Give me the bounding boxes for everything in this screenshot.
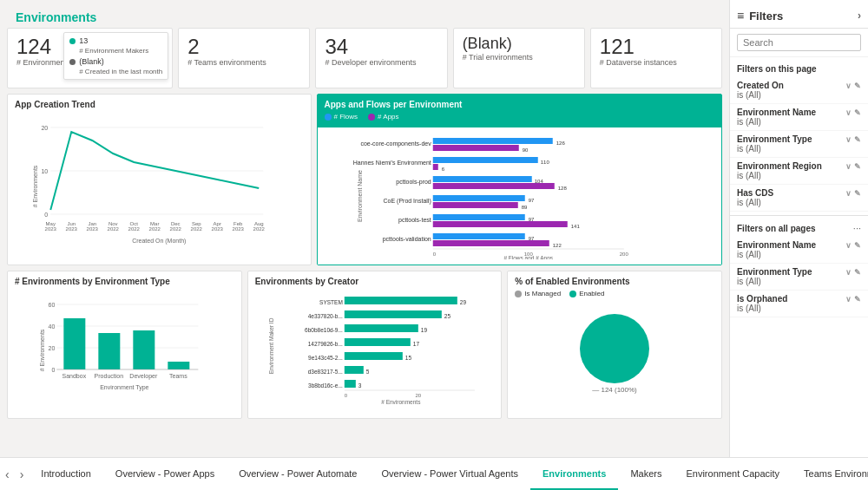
app-creation-trend-chart: # Environments 20 10 0 May 2023 Jun 2023 — [15, 113, 304, 256]
filter-env-type-label: Environment Type — [737, 134, 812, 144]
tooltip-value-1: 13 — [79, 36, 88, 45]
filter-has-cds-chevron[interactable]: ∨ — [845, 189, 852, 198]
tab-makers[interactable]: Makers — [618, 458, 674, 490]
tab-teams-environments[interactable]: Teams Environments — [792, 458, 868, 490]
bar-apps-3 — [432, 183, 554, 189]
sidebar-divider — [730, 215, 868, 216]
filter-env-name[interactable]: Environment Name ∨ ✎ is (All) — [730, 104, 868, 131]
legend-managed-dot — [515, 291, 522, 297]
tab-nav-next[interactable]: › — [15, 458, 30, 490]
filter-created-on-value: is (All) — [737, 90, 861, 100]
svg-text:0: 0 — [44, 212, 48, 218]
svg-text:20: 20 — [415, 393, 421, 398]
legend-managed-label: Is Managed — [524, 290, 561, 297]
filter-all-env-name-edit[interactable]: ✎ — [854, 241, 861, 250]
tab-nav-prev[interactable]: ‹ — [0, 458, 15, 490]
svg-text:40: 40 — [49, 323, 56, 330]
svg-text:2022: 2022 — [149, 226, 161, 232]
bottom-row: # Environments by Environment Type # Env… — [7, 271, 722, 419]
pie-chart: — 124 (100%) — [562, 301, 667, 396]
filter-created-on-chevron[interactable]: ∨ — [845, 82, 852, 90]
legend-enabled-label: Enabled — [579, 290, 604, 297]
svg-text:— 124 (100%): — 124 (100%) — [592, 386, 637, 394]
svg-text:25: 25 — [444, 313, 450, 319]
search-input[interactable] — [737, 34, 861, 51]
filter-created-on[interactable]: Created On ∨ ✎ is (All) — [730, 77, 868, 104]
svg-text:2022: 2022 — [108, 226, 120, 232]
svg-text:# Environments: # Environments — [39, 329, 45, 371]
filter-env-region[interactable]: Environment Region ∨ ✎ is (All) — [730, 158, 868, 185]
filter-all-env-name[interactable]: Environment Name ∨ ✎ is (All) — [730, 237, 868, 264]
filter-all-env-type-value: is (All) — [737, 277, 861, 286]
legend-enabled-dot — [569, 291, 576, 297]
env-creator-chart: Environment Maker ID SYSTEM 29 4e337820-… — [255, 290, 495, 411]
svg-text:0: 0 — [344, 393, 347, 398]
filter-all-orphaned-label: Is Orphaned — [737, 294, 787, 304]
svg-text:2023: 2023 — [87, 226, 99, 232]
kpi-environments: 124 # Environments 13 # Environment Make… — [7, 28, 173, 88]
filters-panel: ≡ Filters › Filters on this page Created… — [729, 0, 868, 457]
filter-env-region-chevron[interactable]: ∨ — [845, 162, 852, 171]
tab-overview-power-automate[interactable]: Overview - Power Automate — [227, 458, 369, 490]
filter-all-env-name-chevron[interactable]: ∨ — [845, 241, 852, 250]
filter-env-name-edit[interactable]: ✎ — [854, 108, 861, 117]
svg-text:3: 3 — [358, 382, 361, 389]
filter-env-type-edit[interactable]: ✎ — [854, 135, 861, 144]
tooltip-label-2: # Created in the last month — [79, 68, 162, 75]
app-creation-trend-title: App Creation Trend — [15, 100, 304, 109]
page-title: Environments — [16, 10, 96, 24]
kpi-teams-value: 2 — [187, 36, 300, 58]
env-type-chart: # Environments 60 40 20 0 — [15, 290, 234, 411]
page-title-bar: Environments — [7, 7, 722, 28]
tab-overview-power-virtual-agents[interactable]: Overview - Power Virtual Agents — [370, 458, 531, 490]
all-pages-more[interactable]: ··· — [853, 223, 861, 233]
kpi-tooltip: 13 # Environment Makers (Blank) # Create… — [63, 32, 168, 80]
filter-env-name-chevron[interactable]: ∨ — [845, 108, 852, 117]
svg-text:17: 17 — [412, 341, 419, 347]
bar-flows-6 — [432, 233, 524, 239]
filter-env-region-edit[interactable]: ✎ — [854, 162, 861, 171]
bar-flows-5 — [432, 214, 524, 220]
svg-text:6b0b8e10d-9...: 6b0b8e10d-9... — [305, 327, 343, 333]
svg-text:6: 6 — [441, 167, 444, 172]
filter-has-cds-edit[interactable]: ✎ — [854, 189, 861, 198]
tab-environments[interactable]: Environments — [530, 458, 618, 490]
bar-flows-2 — [432, 157, 537, 163]
filter-all-orphaned-value: is (All) — [737, 304, 861, 313]
filter-env-type-chevron[interactable]: ∨ — [845, 135, 852, 144]
filter-has-cds[interactable]: Has CDS ∨ ✎ is (All) — [730, 185, 868, 212]
svg-text:pcttools-test: pcttools-test — [398, 217, 431, 224]
svg-text:110: 110 — [540, 160, 549, 165]
svg-text:2023: 2023 — [212, 226, 224, 232]
tooltip-dot-teal — [69, 38, 76, 44]
bar-apps-4 — [432, 202, 517, 208]
filter-has-cds-value: is (All) — [737, 198, 861, 207]
search-container[interactable] — [730, 29, 868, 57]
filter-all-env-type-chevron[interactable]: ∨ — [845, 268, 852, 277]
tab-environment-capacity[interactable]: Environment Capacity — [674, 458, 792, 490]
svg-text:d3e83217-5...: d3e83217-5... — [307, 369, 342, 375]
filter-all-env-type[interactable]: Environment Type ∨ ✎ is (All) — [730, 264, 868, 291]
legend-apps-dot — [368, 114, 375, 121]
filter-env-type[interactable]: Environment Type ∨ ✎ is (All) — [730, 131, 868, 158]
bar-flows-4 — [432, 195, 524, 201]
legend-apps-label: # Apps — [378, 113, 398, 121]
filter-created-on-edit[interactable]: ✎ — [854, 82, 861, 90]
filter-all-orphaned[interactable]: Is Orphaned ∨ ✎ is (All) — [730, 291, 868, 317]
filter-env-region-label: Environment Region — [737, 161, 822, 171]
creator-bar-6 — [344, 366, 363, 374]
filter-all-env-type-edit[interactable]: ✎ — [854, 268, 861, 277]
svg-text:15: 15 — [404, 355, 411, 361]
filter-all-orphaned-chevron[interactable]: ∨ — [845, 295, 852, 304]
tab-overview-power-apps[interactable]: Overview - Power Apps — [103, 458, 227, 490]
filter-all-orphaned-edit[interactable]: ✎ — [854, 295, 861, 304]
svg-text:pcttools-validation: pcttools-validation — [382, 236, 431, 243]
expand-icon[interactable]: › — [858, 10, 861, 22]
tooltip-value-2: (Blank) — [79, 57, 104, 66]
bar-developer — [133, 330, 155, 369]
svg-text:128: 128 — [557, 186, 567, 191]
svg-text:CoE (Prod Install): CoE (Prod Install) — [383, 198, 431, 205]
tab-introduction[interactable]: Introduction — [29, 458, 102, 490]
apps-flows-card: Apps and Flows per Environment # Flows #… — [317, 94, 723, 265]
kpi-dataverse: 121 # Dataverse instances — [590, 28, 722, 88]
